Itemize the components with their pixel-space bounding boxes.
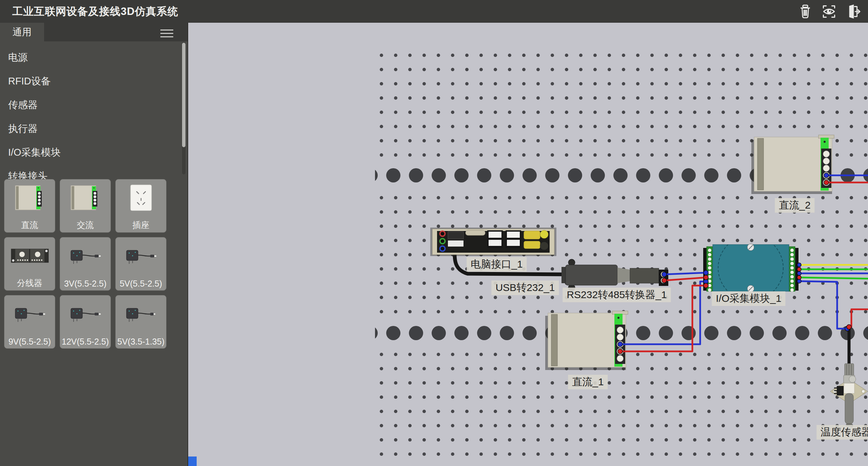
topbar-icons — [796, 2, 862, 21]
sidebar-item-actuator[interactable]: 执行器 — [0, 117, 176, 141]
tile-socket[interactable]: 插座 — [115, 179, 166, 233]
device-label-dc1: 直流_1 — [568, 375, 608, 389]
device-label-usb232: USB转232_1 — [491, 280, 559, 295]
tile-dc[interactable]: 直流 — [4, 179, 55, 233]
device-io-module[interactable] — [703, 235, 798, 300]
canvas-corner-marker — [188, 457, 197, 466]
tile-splitter[interactable]: 分线器 — [4, 237, 55, 291]
tile-label: 5V(5.5-2.5) — [116, 279, 166, 289]
device-label-temp: 温度传感器_1 — [816, 425, 868, 440]
tile-12v-adapter[interactable]: 12V(5.5-2.5) — [60, 295, 111, 349]
device-label-io: I/O采集模块_1 — [712, 291, 785, 306]
topbar: 工业互联网设备及接线3D仿真系统 — [0, 0, 868, 23]
app-title: 工业互联网设备及接线3D仿真系统 — [0, 4, 178, 19]
component-tiles: 直流 交流 — [4, 179, 166, 349]
socket-icon — [122, 183, 160, 214]
app-window: 直流_2 分线器_1 电脑接口_1 USB转232_1 RS232转485转换器… — [0, 0, 868, 466]
power-adapter-icon — [119, 241, 163, 272]
tab-general[interactable]: 通用 — [0, 23, 44, 41]
sidebar-item-io-module[interactable]: I/O采集模块 — [0, 141, 176, 164]
trash-icon[interactable] — [796, 2, 814, 21]
tile-label: 直流 — [4, 219, 55, 231]
exit-icon[interactable] — [844, 2, 862, 21]
sidebar: 通用 电源 RFID设备 传感器 执行器 I/O采集模块 转换接头 — [0, 23, 188, 466]
tile-3v-adapter[interactable]: 3V(5.5-2.5) — [60, 237, 111, 291]
tile-label: 插座 — [116, 219, 166, 231]
device-pc-interface[interactable] — [430, 228, 556, 256]
ac-module-icon — [67, 183, 104, 214]
view-icon[interactable] — [820, 2, 838, 21]
sidebar-item-rfid[interactable]: RFID设备 — [0, 70, 176, 93]
power-adapter-icon — [63, 299, 107, 330]
device-label-pc: 电脑接口_1 — [467, 257, 527, 272]
device-label-dc2: 直流_2 — [775, 198, 814, 213]
power-adapter-icon — [63, 241, 107, 272]
tile-label: 3V(5.5-2.5) — [60, 279, 111, 289]
tile-5v-adapter[interactable]: 5V(5.5-2.5) — [115, 237, 166, 291]
menu-icon[interactable] — [160, 27, 173, 37]
sidebar-item-power[interactable]: 电源 — [0, 46, 176, 70]
canvas[interactable]: 直流_2 分线器_1 电脑接口_1 USB转232_1 RS232转485转换器… — [188, 23, 868, 466]
device-dc2[interactable] — [751, 135, 834, 194]
sidebar-tabrow: 通用 — [0, 23, 188, 41]
tile-9v-adapter[interactable]: 9V(5.5-2.5) — [4, 295, 55, 349]
tile-label: 12V(5.5-2.5) — [60, 337, 111, 347]
sidebar-item-sensor[interactable]: 传感器 — [0, 93, 176, 117]
tile-label: 分线器 — [4, 277, 55, 289]
sidebar-scrollbar[interactable] — [182, 42, 185, 174]
tile-label: 9V(5.5-2.5) — [4, 337, 55, 347]
power-adapter-icon — [8, 299, 52, 330]
device-label-rs485: RS232转485转换器_1 — [563, 288, 671, 302]
splitter-icon — [8, 241, 52, 272]
tile-label: 5V(3.5-1.35) — [116, 337, 166, 347]
board-svg[interactable] — [188, 23, 868, 466]
sidebar-menu: 电源 RFID设备 传感器 执行器 I/O采集模块 转换接头 — [0, 46, 176, 188]
tile-label: 交流 — [60, 219, 111, 231]
device-dc1[interactable] — [545, 311, 628, 370]
power-adapter-icon — [119, 299, 163, 330]
sidebar-scrollbar-thumb[interactable] — [182, 43, 185, 147]
tile-5v-135-adapter[interactable]: 5V(3.5-1.35) — [115, 295, 166, 349]
tile-ac[interactable]: 交流 — [60, 179, 111, 233]
dc-module-icon — [11, 183, 48, 214]
